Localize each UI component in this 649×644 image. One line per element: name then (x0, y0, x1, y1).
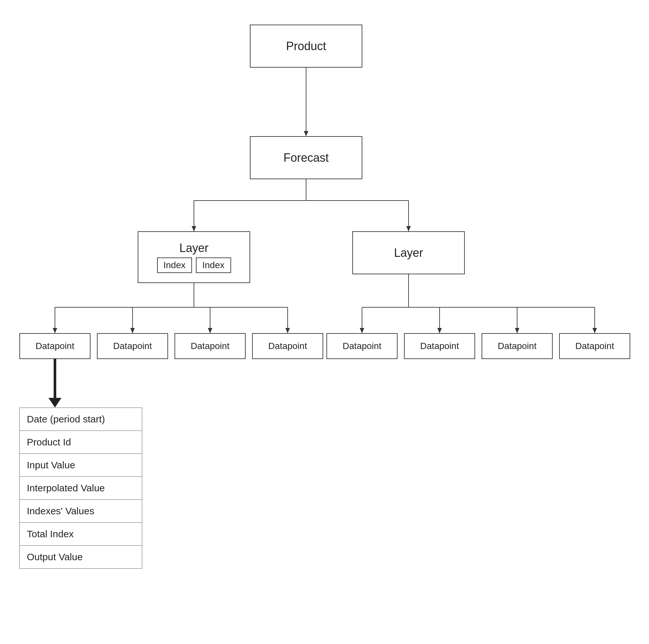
detail-row-date: Date (period start) (20, 408, 142, 431)
layer-left-inner-boxes: Index Index (157, 257, 231, 273)
layer-left-label: Layer (179, 241, 209, 255)
product-node: Product (250, 25, 362, 68)
datapoint-8-label: Datapoint (575, 341, 614, 351)
layer-right-node: Layer (352, 231, 465, 274)
datapoint-1-label: Datapoint (36, 341, 74, 351)
svg-marker-26 (515, 328, 519, 333)
svg-marker-18 (286, 328, 290, 333)
datapoint-2: Datapoint (97, 333, 168, 359)
datapoint-6-label: Datapoint (420, 341, 459, 351)
detail-row-input-value: Input Value (20, 454, 142, 477)
datapoint-3: Datapoint (175, 333, 246, 359)
datapoint-3-label: Datapoint (191, 341, 229, 351)
datapoint-4-label: Datapoint (268, 341, 307, 351)
datapoint-8: Datapoint (559, 333, 630, 359)
svg-marker-22 (360, 328, 364, 333)
svg-marker-1 (304, 131, 308, 136)
datapoint-7: Datapoint (482, 333, 553, 359)
detail-table: Date (period start) Product Id Input Val… (19, 408, 142, 569)
svg-marker-24 (437, 328, 442, 333)
svg-marker-14 (130, 328, 135, 333)
svg-marker-8 (406, 226, 411, 231)
svg-marker-5 (192, 226, 196, 231)
datapoint-7-label: Datapoint (498, 341, 536, 351)
detail-row-total-index: Total Index (20, 523, 142, 546)
detail-row-output-value: Output Value (20, 546, 142, 568)
layer-right-label: Layer (394, 246, 423, 260)
datapoint-5-label: Datapoint (343, 341, 381, 351)
datapoint-4: Datapoint (252, 333, 323, 359)
detail-row-product-id: Product Id (20, 431, 142, 454)
svg-marker-16 (208, 328, 212, 333)
layer-left-node: Layer Index Index (138, 231, 250, 283)
product-label: Product (286, 39, 326, 53)
svg-marker-28 (593, 328, 597, 333)
detail-row-interpolated-value: Interpolated Value (20, 477, 142, 500)
forecast-node: Forecast (250, 136, 362, 179)
datapoint-5: Datapoint (327, 333, 397, 359)
datapoint-2-label: Datapoint (113, 341, 152, 351)
detail-row-indexes-values: Indexes' Values (20, 500, 142, 523)
datapoint-1: Datapoint (19, 333, 90, 359)
forecast-label: Forecast (284, 151, 329, 165)
index-box-2: Index (196, 257, 231, 273)
svg-marker-30 (48, 398, 61, 408)
diagram-container: Product Forecast Layer Index Index Layer… (0, 0, 649, 644)
svg-marker-12 (53, 328, 57, 333)
datapoint-6: Datapoint (404, 333, 475, 359)
index-box-1: Index (157, 257, 192, 273)
